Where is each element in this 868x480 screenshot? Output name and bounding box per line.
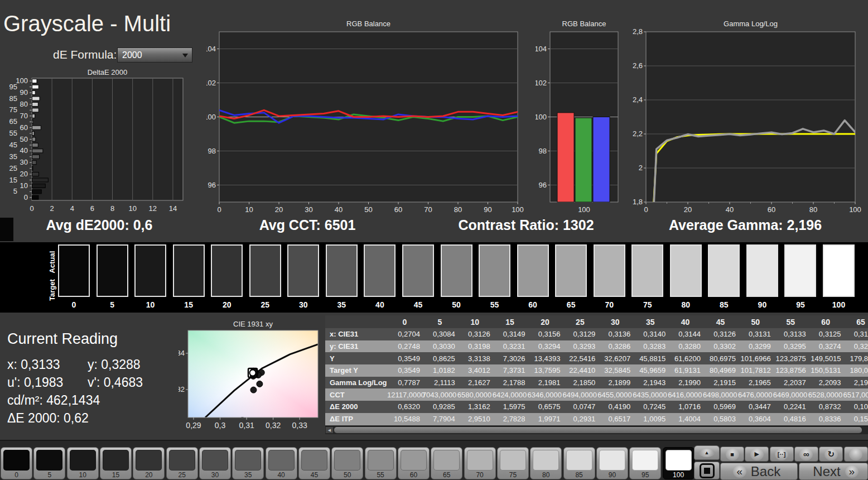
corner-patch xyxy=(0,218,13,241)
grayscale-patch-button[interactable]: 45 xyxy=(298,447,330,479)
patch-swatch xyxy=(401,450,427,471)
table-cell: 1,3162 xyxy=(457,402,493,411)
refresh-icon: ↻ xyxy=(824,448,838,460)
next-button[interactable]: Next » xyxy=(799,463,868,480)
table-cell: 2,7828 xyxy=(493,415,528,423)
reading-luminance: cd/m²: 462,1434 xyxy=(7,393,100,408)
record-icon xyxy=(849,448,862,460)
table-header-cell: 25 xyxy=(562,318,597,327)
scrollbar-thumb[interactable] xyxy=(334,427,862,433)
current-reading-title: Current Reading xyxy=(7,330,118,348)
next-button-label: Next xyxy=(813,464,840,479)
table-cell: 2,1990 xyxy=(668,378,703,387)
table-cell: 32,6207 xyxy=(597,354,633,363)
table-cell: 0,3133 xyxy=(773,330,808,338)
grayscale-patch-button[interactable]: 20 xyxy=(133,447,165,479)
table-cell: 1,0095 xyxy=(633,415,668,423)
table-cell: 0,2748 xyxy=(387,342,422,351)
patch-label: 70 xyxy=(465,471,495,479)
svg-text:0,29: 0,29 xyxy=(186,421,201,430)
patch-label: 90 xyxy=(597,471,628,479)
grayscale-patch-button[interactable]: 50 xyxy=(331,447,363,479)
svg-text:102: 102 xyxy=(536,79,547,87)
table-cell: 6498,0000 xyxy=(703,391,738,399)
table-cell: 6346,0000 xyxy=(528,391,563,399)
back-button[interactable]: « Back xyxy=(720,463,798,480)
strip-swatch-label: 85 xyxy=(708,300,740,309)
table-cell: 0,3149 xyxy=(493,330,528,338)
patch-label: 15 xyxy=(100,471,131,479)
table-header-cell: 20 xyxy=(528,318,563,327)
play-button[interactable]: ▶ xyxy=(745,447,769,462)
table-cell: 0,6575 xyxy=(528,402,563,411)
record-button[interactable] xyxy=(844,447,868,462)
strip-swatch xyxy=(58,244,90,297)
table-cell: 2,1943 xyxy=(633,378,668,387)
strip-swatch-label: 10 xyxy=(134,300,166,309)
patch-swatch xyxy=(3,450,30,471)
collapse-button[interactable]: ▲ xyxy=(694,445,720,460)
grayscale-patch-button[interactable]: 100 xyxy=(663,447,695,479)
grayscale-patch-button[interactable]: 25 xyxy=(166,447,198,479)
table-cell: 101,7812 xyxy=(738,366,773,375)
patch-window-button[interactable] xyxy=(694,462,720,479)
grayscale-patch-button[interactable]: 85 xyxy=(563,447,595,479)
interval-button[interactable]: [··] xyxy=(770,447,794,462)
grayscale-patch-button[interactable]: 95 xyxy=(629,447,661,479)
strip-swatch xyxy=(402,244,434,297)
table-scrollbar[interactable]: ◀ xyxy=(325,426,868,434)
grayscale-patch-button[interactable]: 60 xyxy=(398,447,430,479)
loop-button[interactable]: ∞ xyxy=(794,447,818,462)
grayscale-patch-button[interactable]: 10 xyxy=(67,447,99,479)
strip-swatch-label: 40 xyxy=(364,300,396,309)
table-cell: 0,6320 xyxy=(387,402,422,411)
strip-swatch-label: 30 xyxy=(287,300,319,309)
grayscale-patch-button[interactable]: 75 xyxy=(497,447,529,479)
patch-swatch xyxy=(500,450,526,471)
table-cell: 0,3295 xyxy=(773,342,808,351)
grayscale-patch-button[interactable]: 70 xyxy=(464,447,496,479)
strip-swatch-label: 25 xyxy=(249,300,281,309)
table-cell: 6469,0000 xyxy=(773,391,808,399)
grayscale-patch-button[interactable]: 90 xyxy=(596,447,628,479)
patch-swatch xyxy=(103,450,129,471)
grayscale-patch-button[interactable]: 30 xyxy=(199,447,231,479)
svg-text:20: 20 xyxy=(275,205,283,214)
svg-text:0,34: 0,34 xyxy=(179,349,185,357)
de-formula-select[interactable]: 2000 xyxy=(117,47,192,63)
stop-button[interactable]: ■ xyxy=(720,447,744,462)
svg-text:5: 5 xyxy=(13,187,17,195)
table-cell: 45,9659 xyxy=(633,366,668,375)
table-cell: 13,7595 xyxy=(528,366,563,375)
back-button-label: Back xyxy=(751,464,780,479)
chevron-down-icon xyxy=(182,54,188,57)
table-cell: 0,7787 xyxy=(387,378,422,387)
table-row: CCT12117,00007043,00006580,00006424,0000… xyxy=(325,388,868,401)
table-cell: 0,3447 xyxy=(738,402,773,411)
svg-text:102: 102 xyxy=(206,79,216,87)
grayscale-patch-button[interactable]: 40 xyxy=(266,447,297,479)
table-cell: 2,1985 xyxy=(843,378,868,387)
grayscale-patch-button[interactable]: 15 xyxy=(100,447,132,479)
strip-swatch xyxy=(211,244,243,297)
scrollbar-left-arrow-icon[interactable]: ◀ xyxy=(326,427,333,433)
strip-swatch xyxy=(134,244,166,297)
grayscale-patch-button[interactable]: 5 xyxy=(33,447,65,479)
table-cell: 6424,0000 xyxy=(493,391,528,399)
patch-label: 75 xyxy=(498,471,528,479)
grayscale-patch-button[interactable]: 80 xyxy=(530,447,562,479)
table-cell: 7,3026 xyxy=(493,354,528,363)
refresh-button[interactable]: ↻ xyxy=(819,447,843,462)
table-cell: 123,2875 xyxy=(773,354,808,363)
grayscale-patch-button[interactable]: 0 xyxy=(1,447,32,479)
strip-swatch-label: 80 xyxy=(670,300,702,309)
grayscale-patch-button[interactable]: 55 xyxy=(365,447,397,479)
rgb-balance-bar-chart: RGB Balance 9698100102104100 xyxy=(536,18,630,217)
svg-text:90: 90 xyxy=(484,205,491,214)
rgb-balance-bar-svg: 9698100102104100 xyxy=(536,18,630,217)
grayscale-patch-button[interactable]: 65 xyxy=(431,447,462,479)
de-formula-value: 2000 xyxy=(122,50,142,60)
chevron-up-icon: ▲ xyxy=(699,449,715,457)
svg-text:10: 10 xyxy=(20,181,28,190)
grayscale-patch-button[interactable]: 35 xyxy=(232,447,264,479)
